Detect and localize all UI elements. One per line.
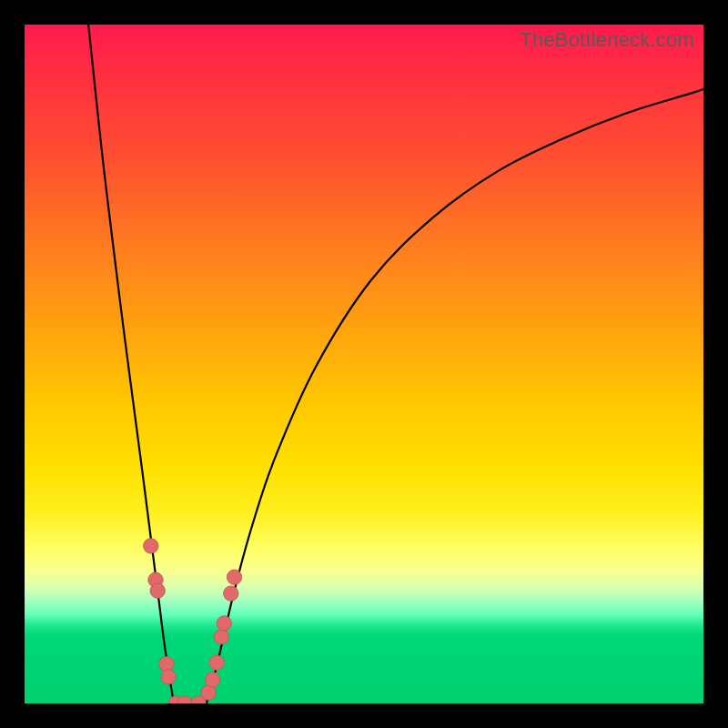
highlight-marker <box>150 583 165 598</box>
highlight-marker <box>217 616 231 631</box>
highlight-marker <box>159 657 174 672</box>
highlight-marker <box>214 630 228 644</box>
highlight-marker <box>227 570 241 584</box>
curve-layer <box>25 25 703 703</box>
chart-frame: TheBottleneck.com <box>0 0 728 728</box>
marker-group <box>144 539 242 703</box>
curve-left-branch <box>88 25 174 703</box>
curve-right-branch <box>207 89 703 703</box>
highlight-marker <box>205 672 219 687</box>
highlight-marker <box>224 586 238 601</box>
plot-area: TheBottleneck.com <box>25 25 703 703</box>
highlight-marker <box>161 670 176 684</box>
highlight-marker <box>144 539 158 553</box>
highlight-marker <box>209 655 224 670</box>
